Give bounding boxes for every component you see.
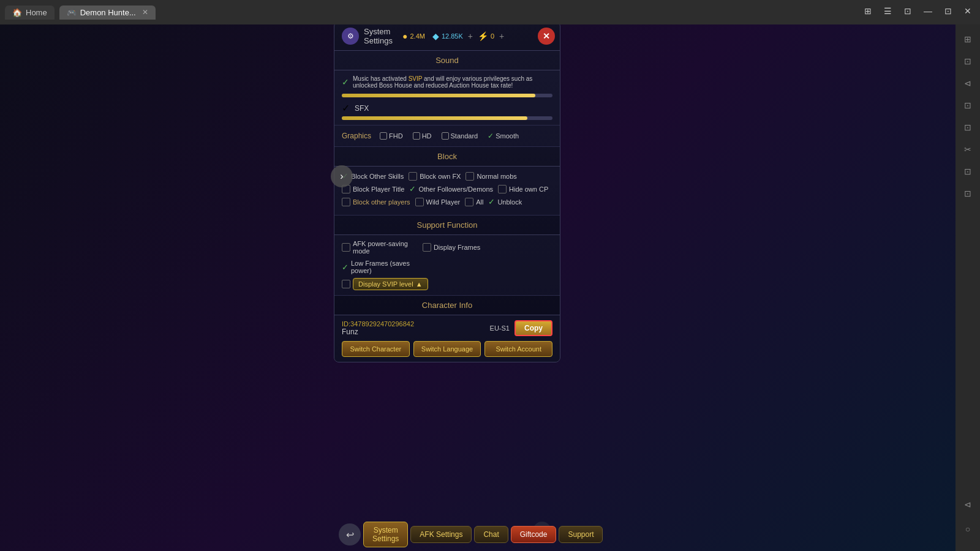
hide-own-cp[interactable]: Hide own CP	[498, 185, 548, 193]
system-settings-nav-label: SystemSettings	[372, 526, 399, 543]
sidebar-icon-2[interactable]: ⊡	[958, 51, 978, 71]
back-icon: ↩	[346, 529, 354, 541]
sfx-checkbox[interactable]: ✓	[342, 102, 350, 114]
svip-display-row: Display SVIP level ▲	[342, 278, 552, 290]
block-other-players[interactable]: Block other players	[342, 198, 410, 206]
svip-display-dropdown[interactable]: Display SVIP level ▲	[353, 278, 428, 290]
sidebar-icon-10[interactable]: ○	[958, 519, 978, 539]
low-frames[interactable]: ✓ Low Frames (savespower)	[342, 260, 410, 274]
sidebar-icon-4[interactable]: ⊡	[958, 96, 978, 115]
home-tab[interactable]: 🏠 Home	[5, 6, 55, 20]
sidebar-icon-9[interactable]: ⊲	[958, 495, 978, 514]
support-section-header: Support Function	[334, 216, 560, 235]
block-row-3: Block other players Wild Player All ✓ Un…	[342, 197, 552, 206]
wild-player[interactable]: Wild Player	[415, 198, 461, 206]
block-section: ✓ Block Other Skills Block own FX Normal…	[334, 167, 560, 216]
graphics-label: Graphics	[342, 132, 371, 140]
game-tab-label: Demon Hunte...	[80, 8, 136, 17]
support-section: AFK power-savingmode Display Frames ✓ Lo…	[334, 235, 560, 296]
all-option[interactable]: All	[465, 198, 483, 206]
char-info-section-header: Character Info	[334, 296, 560, 315]
menu-icon[interactable]: ☰	[880, 5, 895, 17]
normal-mobs[interactable]: Normal mobs	[466, 172, 516, 181]
char-info-section: ID:34789292470296842 Funz EU-S1 Copy Swi…	[334, 315, 560, 362]
maximize-button[interactable]: ⊡	[941, 5, 956, 17]
cast-icon[interactable]: ⊡	[900, 5, 915, 17]
currency-display: ● 2.4M ◆ 12.85K + ⚡ 0 +	[402, 31, 504, 41]
panel-subtitle: Settings	[364, 36, 393, 45]
chat-nav-button[interactable]: Chat	[474, 526, 508, 543]
settings-icon: ⚙	[342, 28, 359, 45]
switch-character-button[interactable]: Switch Character	[342, 341, 410, 357]
sound-section-header: Sound	[334, 51, 560, 70]
block-row-1: ✓ Block Other Skills Block own FX Normal…	[342, 171, 552, 181]
gem-amount: 12.85K	[442, 32, 463, 40]
bottom-nav: ↩ SystemSettings AFK Settings Chat Giftc…	[334, 518, 608, 551]
block-row-2: Block Player Title ✓ Other Followers/Dem…	[342, 184, 552, 193]
music-label: Music	[353, 75, 369, 82]
afk-power-saving[interactable]: AFK power-savingmode	[342, 240, 408, 255]
chevron-right-icon: ›	[340, 171, 343, 182]
music-slider[interactable]	[342, 94, 552, 97]
sidebar-icon-7[interactable]: ⊡	[958, 162, 978, 181]
other-followers[interactable]: ✓ Other Followers/Demons	[409, 184, 493, 193]
browser-controls: ⊞ ☰ ⊡ — ⊡ ✕	[861, 5, 975, 17]
graphics-option-hd[interactable]: HD	[409, 131, 435, 141]
graphics-options-row: Graphics FHD HD Standard ✓ Smooth	[342, 130, 552, 141]
block-own-fx[interactable]: Block own FX	[409, 172, 461, 181]
svip-notice-text: Music has activated SVIP and will enjoy …	[353, 75, 552, 89]
switch-language-button[interactable]: Switch Language	[413, 341, 481, 357]
panel-title: System	[364, 27, 393, 36]
graphics-section: Graphics FHD HD Standard ✓ Smooth	[334, 126, 560, 147]
graphics-option-smooth[interactable]: ✓ Smooth	[484, 130, 522, 141]
sidebar-icon-3[interactable]: ⊲	[958, 73, 978, 93]
back-button[interactable]: ↩	[339, 523, 361, 545]
music-checkbox[interactable]: ✓	[342, 77, 349, 87]
sfx-label: SFX	[355, 104, 373, 113]
copy-button[interactable]: Copy	[514, 320, 552, 336]
sfx-slider[interactable]	[342, 116, 552, 120]
game-icon: 🎮	[67, 8, 77, 17]
home-icon: 🏠	[12, 8, 22, 17]
coin-amount: 2.4M	[410, 32, 424, 40]
sidebar-icon-6[interactable]: ✂	[958, 140, 978, 159]
home-tab-label: Home	[26, 8, 47, 17]
char-buttons-row: Switch Character Switch Language Switch …	[342, 341, 552, 357]
sound-section: ✓ Music has activated SVIP and will enjo…	[334, 70, 560, 126]
dropdown-arrow-icon: ▲	[416, 280, 423, 288]
afk-settings-nav-button[interactable]: AFK Settings	[410, 526, 472, 543]
svip-highlight: SVIP	[409, 75, 423, 82]
close-panel-button[interactable]: ✕	[538, 28, 555, 45]
tab-close-button[interactable]: ✕	[142, 8, 148, 17]
energy-amount: 0	[491, 32, 494, 40]
svip-display-checkbox[interactable]	[342, 280, 350, 288]
sidebar-icon-1[interactable]: ⊞	[958, 29, 978, 49]
system-settings-nav-button[interactable]: SystemSettings	[363, 522, 408, 547]
graphics-option-standard[interactable]: Standard	[438, 131, 482, 141]
giftcode-nav-button[interactable]: Giftcode	[511, 526, 557, 543]
char-id-text: ID:34789292470296842	[342, 320, 485, 328]
sidebar-icon-8[interactable]: ⊡	[958, 184, 978, 203]
close-browser-button[interactable]: ✕	[960, 5, 975, 17]
settings-panel: ⚙ System Settings ● 2.4M ◆ 12.85K + ⚡ 0 …	[334, 21, 560, 362]
server-label: EU-S1	[490, 324, 510, 332]
block-player-title[interactable]: Block Player Title	[342, 185, 404, 193]
panel-header: ⚙ System Settings ● 2.4M ◆ 12.85K + ⚡ 0 …	[334, 22, 560, 51]
grid-icon[interactable]: ⊞	[861, 5, 875, 17]
sfx-row: ✓ SFX	[342, 102, 552, 114]
support-row-1: AFK power-savingmode Display Frames ✓ Lo…	[342, 240, 552, 274]
unblock-option[interactable]: ✓ Unblock	[488, 197, 522, 206]
music-row: ✓ Music has activated SVIP and will enjo…	[342, 75, 552, 89]
svip-text-content: has activated	[371, 75, 409, 82]
support-nav-button[interactable]: Support	[559, 526, 603, 543]
left-nav-arrow[interactable]: ›	[331, 165, 353, 187]
block-section-header: Block	[334, 147, 560, 167]
char-id-row: ID:34789292470296842 Funz EU-S1 Copy	[342, 320, 552, 336]
char-id-info: ID:34789292470296842 Funz	[342, 320, 485, 336]
switch-account-button[interactable]: Switch Account	[484, 341, 552, 357]
sidebar-icon-5[interactable]: ⊡	[958, 118, 978, 137]
game-tab[interactable]: 🎮 Demon Hunte... ✕	[59, 6, 156, 20]
display-frames[interactable]: Display Frames	[413, 243, 480, 252]
graphics-option-fhd[interactable]: FHD	[376, 131, 407, 141]
minimize-button[interactable]: —	[920, 5, 936, 17]
